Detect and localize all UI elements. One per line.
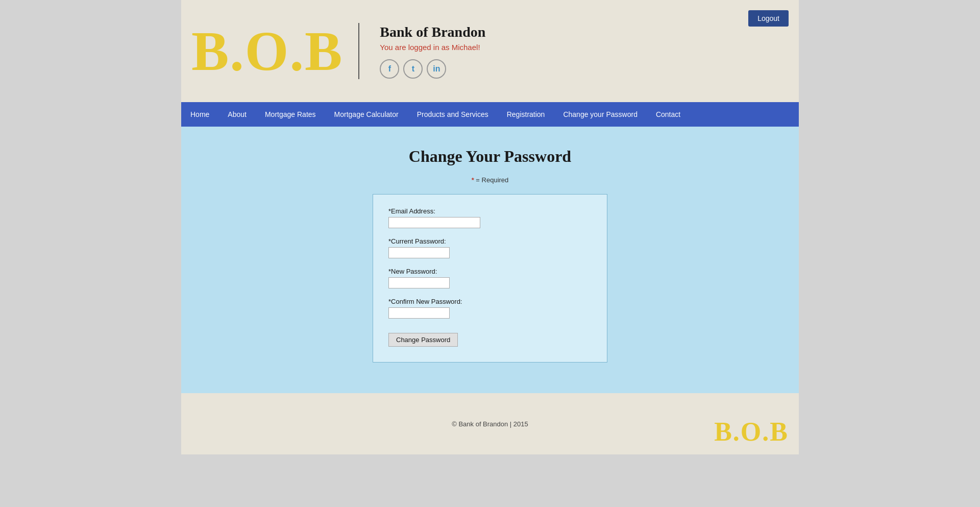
header: B.O.B Bank of Brandon You are logged in … — [181, 0, 799, 102]
twitter-icon[interactable]: t — [403, 59, 423, 79]
nav-products-services[interactable]: Products and Services — [408, 103, 498, 126]
page-wrapper: B.O.B Bank of Brandon You are logged in … — [181, 0, 799, 454]
nav-mortgage-rates[interactable]: Mortgage Rates — [256, 103, 325, 126]
nav-mortgage-calculator[interactable]: Mortgage Calculator — [325, 103, 408, 126]
confirm-password-input[interactable] — [388, 307, 450, 319]
nav-bar: Home About Mortgage Rates Mortgage Calcu… — [181, 102, 799, 127]
nav-registration[interactable]: Registration — [498, 103, 554, 126]
footer-logo: B.O.B — [714, 417, 789, 447]
nav-home[interactable]: Home — [181, 103, 218, 126]
social-icons: f t in — [380, 59, 789, 79]
linkedin-icon[interactable]: in — [427, 59, 446, 79]
header-center: Bank of Brandon You are logged in as Mic… — [359, 24, 789, 79]
footer: © Bank of Brandon | 2015 B.O.B — [181, 393, 799, 454]
bank-name: Bank of Brandon — [380, 24, 789, 40]
current-password-group: *Current Password: — [388, 237, 592, 258]
logged-in-text: You are logged in as Michael! — [380, 43, 789, 52]
required-note: * = Required — [191, 176, 789, 184]
header-logo: B.O.B — [191, 23, 359, 79]
nav-contact[interactable]: Contact — [647, 103, 690, 126]
facebook-icon[interactable]: f — [380, 59, 399, 79]
nav-change-password[interactable]: Change your Password — [554, 103, 647, 126]
required-star: * — [472, 176, 474, 184]
nav-about[interactable]: About — [218, 103, 256, 126]
logout-button[interactable]: Logout — [748, 10, 789, 27]
confirm-password-label: *Confirm New Password: — [388, 298, 592, 305]
email-input[interactable] — [388, 217, 480, 228]
email-label: *Email Address: — [388, 207, 592, 215]
current-password-label: *Current Password: — [388, 237, 592, 245]
email-group: *Email Address: — [388, 207, 592, 228]
new-password-label: *New Password: — [388, 268, 592, 275]
new-password-input[interactable] — [388, 277, 450, 288]
confirm-password-group: *Confirm New Password: — [388, 298, 592, 319]
footer-copyright: © Bank of Brandon | 2015 — [452, 420, 528, 428]
change-password-button[interactable]: Change Password — [388, 333, 458, 347]
current-password-input[interactable] — [388, 247, 450, 258]
new-password-group: *New Password: — [388, 268, 592, 288]
change-password-form-container: *Email Address: *Current Password: *New … — [373, 194, 607, 363]
main-content: Change Your Password * = Required *Email… — [181, 127, 799, 393]
page-title: Change Your Password — [191, 147, 789, 166]
